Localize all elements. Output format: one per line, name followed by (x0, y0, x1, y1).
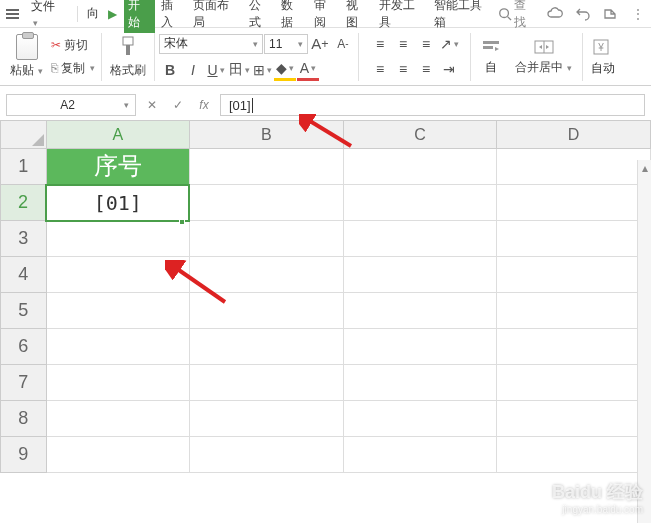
cell-A5[interactable] (46, 293, 189, 329)
cell-D4[interactable] (497, 257, 651, 293)
menu-icon[interactable] (6, 9, 19, 19)
select-all-corner[interactable] (1, 121, 47, 149)
tab-review[interactable]: 审阅 (310, 0, 341, 33)
col-header-B[interactable]: B (189, 121, 343, 149)
orientation-button[interactable]: ↗▾ (438, 33, 460, 55)
cell-D7[interactable] (497, 365, 651, 401)
col-header-C[interactable]: C (343, 121, 497, 149)
file-menu[interactable]: 文件▾ (23, 0, 69, 31)
fx-button[interactable]: fx (194, 95, 214, 115)
cell-B8[interactable] (189, 401, 343, 437)
italic-button[interactable]: I (182, 59, 204, 81)
cell-D8[interactable] (497, 401, 651, 437)
cell-A2[interactable]: [01] (46, 185, 189, 221)
cell-C3[interactable] (343, 221, 497, 257)
tab-data[interactable]: 数据 (277, 0, 308, 33)
bold-button[interactable]: B (159, 59, 181, 81)
col-header-D[interactable]: D (497, 121, 651, 149)
format-painter-button[interactable]: 格式刷 (110, 62, 146, 79)
share-icon[interactable] (603, 6, 619, 22)
row-header-1[interactable]: 1 (1, 149, 47, 185)
fill-color-button[interactable]: ◆▾ (274, 59, 296, 81)
cell-B1[interactable] (189, 149, 343, 185)
cell-B5[interactable] (189, 293, 343, 329)
cell-D6[interactable] (497, 329, 651, 365)
cell-C7[interactable] (343, 365, 497, 401)
cell-A7[interactable] (46, 365, 189, 401)
cloud-icon[interactable] (547, 6, 563, 22)
formula-input[interactable]: [01] (220, 94, 645, 116)
cell-A1[interactable]: 序号 (46, 149, 189, 185)
cell-D9[interactable] (497, 437, 651, 473)
cell-C5[interactable] (343, 293, 497, 329)
search-button[interactable]: 查找 (498, 0, 535, 31)
cell-A6[interactable] (46, 329, 189, 365)
auto-button[interactable]: ¥ 自动 (587, 37, 619, 77)
cell-B9[interactable] (189, 437, 343, 473)
cancel-formula-button[interactable]: ✕ (142, 95, 162, 115)
align-right-button[interactable]: ≡ (415, 58, 437, 80)
copy-button[interactable]: ⎘复制▾ (49, 59, 97, 78)
scroll-up-button[interactable]: ▴ (638, 160, 651, 176)
decrease-font-button[interactable]: A- (332, 33, 354, 55)
save-icon[interactable]: 向 (86, 6, 101, 22)
cell-D1[interactable] (497, 149, 651, 185)
undo-icon[interactable] (575, 6, 591, 22)
cell-B4[interactable] (189, 257, 343, 293)
cell-B3[interactable] (189, 221, 343, 257)
cell-A4[interactable] (46, 257, 189, 293)
cell-C8[interactable] (343, 401, 497, 437)
cell-A3[interactable] (46, 221, 189, 257)
cell-C4[interactable] (343, 257, 497, 293)
align-top-button[interactable]: ≡ (369, 33, 391, 55)
align-center-button[interactable]: ≡ (392, 58, 414, 80)
row-header-9[interactable]: 9 (1, 437, 47, 473)
indent-button[interactable]: ⇥ (438, 58, 460, 80)
cut-button[interactable]: ✂剪切 (49, 36, 97, 55)
tab-start[interactable]: 开始 (124, 0, 155, 33)
wrap-text-button[interactable]: 自 (475, 37, 507, 76)
accept-formula-button[interactable]: ✓ (168, 95, 188, 115)
cell-C9[interactable] (343, 437, 497, 473)
align-left-button[interactable]: ≡ (369, 58, 391, 80)
cell-C2[interactable] (343, 185, 497, 221)
merge-center-button[interactable]: 合并居中▾ (509, 37, 578, 76)
format-painter-icon[interactable] (117, 34, 139, 60)
align-bottom-button[interactable]: ≡ (415, 33, 437, 55)
cell-D5[interactable] (497, 293, 651, 329)
cell-D3[interactable] (497, 221, 651, 257)
tab-view[interactable]: 视图 (342, 0, 373, 33)
name-box[interactable]: A2▾ (6, 94, 136, 116)
cell-B6[interactable] (189, 329, 343, 365)
cell-C1[interactable] (343, 149, 497, 185)
cell-D2[interactable] (497, 185, 651, 221)
underline-button[interactable]: U▾ (205, 59, 227, 81)
fill-handle[interactable] (179, 219, 185, 225)
row-header-7[interactable]: 7 (1, 365, 47, 401)
tab-dev[interactable]: 开发工具 (375, 0, 428, 33)
cell-A9[interactable] (46, 437, 189, 473)
more-icon[interactable]: ⋮ (631, 6, 645, 22)
row-header-8[interactable]: 8 (1, 401, 47, 437)
increase-font-button[interactable]: A+ (309, 33, 331, 55)
row-header-6[interactable]: 6 (1, 329, 47, 365)
row-header-4[interactable]: 4 (1, 257, 47, 293)
cell-C6[interactable] (343, 329, 497, 365)
row-header-5[interactable]: 5 (1, 293, 47, 329)
row-header-3[interactable]: 3 (1, 221, 47, 257)
tab-layout[interactable]: 页面布局 (189, 0, 242, 33)
tab-formula[interactable]: 公式 (245, 0, 276, 33)
cell-style-button[interactable]: ⊞▾ (251, 59, 273, 81)
font-size-select[interactable]: 11▾ (264, 34, 308, 54)
border-button[interactable]: 田▾ (228, 59, 250, 81)
col-header-A[interactable]: A (46, 121, 189, 149)
cell-A8[interactable] (46, 401, 189, 437)
row-header-2[interactable]: 2 (1, 185, 47, 221)
cell-B2[interactable] (189, 185, 343, 221)
vertical-scrollbar[interactable]: ▴ (637, 160, 651, 523)
cell-B7[interactable] (189, 365, 343, 401)
font-family-select[interactable]: 宋体▾ (159, 34, 263, 54)
paste-button[interactable]: 粘贴▾ (10, 62, 43, 79)
tab-play-icon[interactable]: ▶ (105, 6, 120, 22)
tab-toolbox[interactable]: 智能工具箱 (430, 0, 494, 33)
